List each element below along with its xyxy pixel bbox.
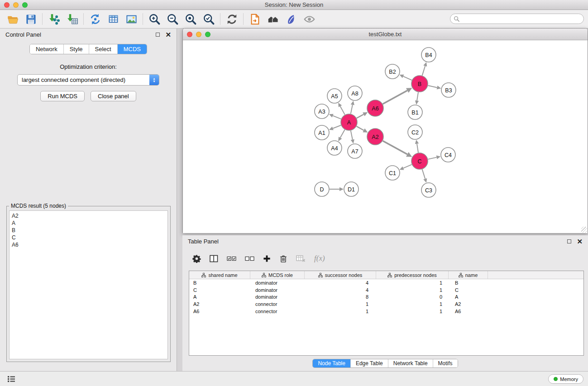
minimize-window-button[interactable] <box>13 2 19 8</box>
resize-grip[interactable] <box>581 227 587 233</box>
column-header-predecessor-nodes[interactable]: predecessor nodes <box>376 271 449 279</box>
task-history-button[interactable] <box>5 375 17 383</box>
graph-node-A[interactable]: A <box>341 114 357 130</box>
memory-button[interactable]: Memory <box>548 374 583 384</box>
delete-column-button[interactable] <box>279 254 287 263</box>
table-tab-edge-table[interactable]: Edge Table <box>350 359 388 367</box>
graph-edge-B-B1[interactable] <box>417 92 418 101</box>
table-row[interactable]: Bdominator41B <box>189 279 583 286</box>
table-row[interactable]: A2connector11A2 <box>189 300 583 308</box>
tab-select[interactable]: Select <box>89 44 117 54</box>
table-tab-motifs[interactable]: Motifs <box>433 359 458 367</box>
save-session-button[interactable] <box>22 11 40 27</box>
search-box[interactable] <box>450 14 584 24</box>
graph-edge-A-A4[interactable] <box>340 130 345 138</box>
graph-node-C1[interactable]: C1 <box>385 166 400 180</box>
result-item[interactable]: A2 <box>12 212 165 219</box>
graph-edge-A6-B[interactable] <box>383 91 407 104</box>
graph-node-A6[interactable]: A6 <box>367 100 383 116</box>
graph-edge-A-A7[interactable] <box>351 131 353 140</box>
new-network-button[interactable] <box>86 11 104 27</box>
import-network-button[interactable] <box>45 11 63 27</box>
zoom-out-button[interactable] <box>163 11 182 27</box>
graph-edge-C-C4[interactable] <box>428 157 437 159</box>
table-tab-network-table[interactable]: Network Table <box>388 359 433 367</box>
graph-node-A2[interactable]: A2 <box>367 129 383 145</box>
table-row[interactable]: Adominator80A <box>189 294 583 301</box>
result-item[interactable]: A <box>12 219 165 227</box>
graph-node-A3[interactable]: A3 <box>315 104 329 119</box>
graph-edge-C-C1[interactable] <box>403 165 412 168</box>
graph-node-A4[interactable]: A4 <box>327 141 342 155</box>
zoom-in-button[interactable] <box>145 11 163 27</box>
graph-node-A8[interactable]: A8 <box>348 86 362 100</box>
close-window-button[interactable] <box>4 2 10 8</box>
result-item[interactable]: C <box>12 234 165 241</box>
network-minimize-button[interactable] <box>196 32 201 37</box>
mcds-result-list[interactable]: A2ABCA6 <box>9 210 168 359</box>
graph-node-C4[interactable]: C4 <box>441 148 455 162</box>
export-image-button[interactable] <box>122 11 140 27</box>
network-zoom-button[interactable] <box>205 32 210 37</box>
run-mcds-button[interactable]: Run MCDS <box>40 91 85 101</box>
function-builder-button[interactable]: f(x) <box>314 254 325 263</box>
tab-style[interactable]: Style <box>63 44 89 54</box>
graph-node-A1[interactable]: A1 <box>315 125 329 140</box>
graph-node-A5[interactable]: A5 <box>327 89 342 103</box>
table-settings-button[interactable] <box>192 254 201 263</box>
graph-edge-A-A5[interactable] <box>340 106 345 115</box>
network-graph[interactable]: B4B2BB3B1A5A8A6A3AA1A2C2A4A7C4CC1C3DD1 <box>183 40 588 233</box>
graph-node-A7[interactable]: A7 <box>348 144 362 158</box>
graph-edge-C-C3[interactable] <box>422 169 425 179</box>
column-header-mcds-role[interactable]: MCDS role <box>250 271 305 279</box>
graph-edge-B-B2[interactable] <box>403 76 412 81</box>
table-tab-node-table[interactable]: Node Table <box>313 359 350 367</box>
network-canvas[interactable]: B4B2BB3B1A5A8A6A3AA1A2C2A4A7C4CC1C3DD1 <box>183 40 588 233</box>
search-input[interactable] <box>462 16 580 22</box>
delete-table-button[interactable] <box>296 255 306 262</box>
graph-node-D[interactable]: D <box>315 182 329 196</box>
graph-node-D1[interactable]: D1 <box>344 182 359 196</box>
tab-mcds[interactable]: MCDS <box>117 44 147 54</box>
graph-node-B3[interactable]: B3 <box>441 83 456 97</box>
column-header-name[interactable]: name <box>449 271 488 279</box>
network-window-titlebar[interactable]: testGlobe.txt <box>183 29 588 40</box>
graph-node-C2[interactable]: C2 <box>408 125 422 139</box>
graph-node-B1[interactable]: B1 <box>408 105 422 119</box>
graph-node-B4[interactable]: B4 <box>421 48 436 62</box>
result-item[interactable]: B <box>12 227 165 234</box>
apply-style-button[interactable] <box>282 11 300 27</box>
refresh-layout-button[interactable] <box>223 11 241 27</box>
graph-node-B2[interactable]: B2 <box>385 64 400 79</box>
table-row[interactable]: Cdominator41C <box>189 286 583 294</box>
column-header-successor-nodes[interactable]: successor nodes <box>305 271 376 279</box>
graph-node-C3[interactable]: C3 <box>421 183 436 197</box>
close-table-panel-icon[interactable]: ✕ <box>577 238 583 245</box>
new-table-button[interactable] <box>104 11 122 27</box>
zoom-selected-button[interactable] <box>200 11 218 27</box>
graph-edge-A-A6[interactable] <box>357 114 364 118</box>
close-panel-button[interactable]: Close panel <box>91 91 136 101</box>
optimization-criterion-dropdown[interactable]: largest connected component (directed) ▲… <box>17 74 159 86</box>
graph-edge-A-A8[interactable] <box>351 105 353 114</box>
open-document-button[interactable] <box>246 11 264 27</box>
graph-edge-A-A2[interactable] <box>357 126 364 130</box>
graph-edge-A2-C[interactable] <box>383 141 407 154</box>
import-table-button[interactable] <box>63 11 81 27</box>
column-header-shared-name[interactable]: shared name <box>189 271 250 279</box>
graph-node-C[interactable]: C <box>411 153 428 169</box>
open-session-button[interactable] <box>4 11 22 27</box>
show-all-button[interactable] <box>264 11 282 27</box>
tab-network[interactable]: Network <box>30 44 63 54</box>
graph-edge-A-A3[interactable] <box>333 116 341 119</box>
show-hide-button[interactable] <box>300 11 318 27</box>
deselect-all-columns-button[interactable] <box>245 255 254 262</box>
graph-node-B[interactable]: B <box>411 76 428 92</box>
network-close-button[interactable] <box>187 32 192 37</box>
show-columns-button[interactable] <box>210 255 218 262</box>
result-item[interactable]: A6 <box>12 241 165 248</box>
graph-edge-C-C2[interactable] <box>417 144 418 153</box>
table-row[interactable]: A6connector11A6 <box>189 308 583 315</box>
zoom-fit-button[interactable] <box>182 11 200 27</box>
float-panel-icon[interactable] <box>156 33 160 37</box>
